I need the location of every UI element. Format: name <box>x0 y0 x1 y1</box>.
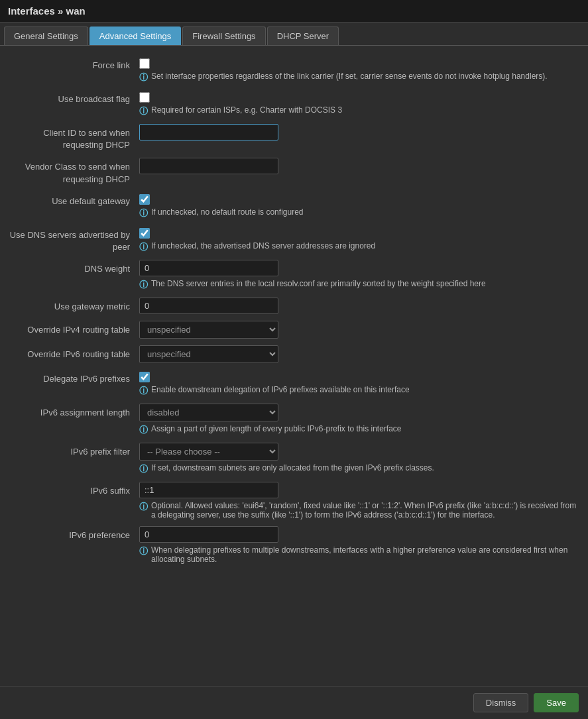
delegate-ipv6-hint-icon: ⓘ <box>139 385 148 397</box>
force-link-label: Force link <box>7 56 139 72</box>
broadcast-flag-hint: Required for certain ISPs, e.g. Charter … <box>151 105 342 115</box>
ipv6-assignment-hint-icon: ⓘ <box>139 424 148 436</box>
ipv6-suffix-hint-icon: ⓘ <box>139 501 148 513</box>
ipv6-preference-hint: When delegating prefixes to multiple dow… <box>151 545 581 564</box>
page-header: Interfaces » wan <box>0 0 588 23</box>
default-gateway-checkbox[interactable] <box>139 194 150 205</box>
ipv6-prefix-filter-hint: If set, downstream subnets are only allo… <box>151 463 434 472</box>
ipv6-prefix-filter-row: IPv6 prefix filter -- Please choose -- ⓘ… <box>7 443 581 475</box>
ipv6-prefix-filter-label: IPv6 prefix filter <box>7 443 139 458</box>
gateway-metric-input[interactable] <box>139 298 278 314</box>
broadcast-flag-row: Use broadcast flag ⓘ Required for certai… <box>7 90 581 117</box>
ipv6-preference-row: IPv6 preference ⓘ When delegating prefix… <box>7 526 581 564</box>
dns-servers-label: Use DNS servers advertised by peer <box>7 226 139 253</box>
ipv6-preference-input[interactable] <box>139 526 278 543</box>
default-gateway-label: Use default gateway <box>7 192 139 207</box>
override-ipv4-select[interactable]: unspecified <box>139 321 278 339</box>
client-id-row: Client ID to send when requesting DHCP <box>7 124 581 151</box>
broadcast-flag-hint-icon: ⓘ <box>139 105 148 117</box>
force-link-row: Force link ⓘ Set interface properties re… <box>7 56 581 83</box>
force-link-hint-icon: ⓘ <box>139 72 148 83</box>
delegate-ipv6-hint: Enable downstream delegation of IPv6 pre… <box>151 385 410 394</box>
client-id-input[interactable] <box>139 124 278 140</box>
tab-general[interactable]: General Settings <box>4 27 88 45</box>
ipv6-assignment-select[interactable]: disabled <box>139 404 278 421</box>
ipv6-assignment-label: IPv6 assignment length <box>7 404 139 419</box>
dismiss-button[interactable]: Dismiss <box>473 693 529 712</box>
dns-servers-checkbox[interactable] <box>139 228 150 239</box>
tab-advanced[interactable]: Advanced Settings <box>89 27 181 45</box>
gateway-metric-row: Use gateway metric <box>7 298 581 314</box>
override-ipv4-label: Override IPv4 routing table <box>7 321 139 336</box>
override-ipv6-select[interactable]: unspecified <box>139 345 278 363</box>
footer-bar: Dismiss Save <box>0 686 588 719</box>
dns-servers-row: Use DNS servers advertised by peer ⓘ If … <box>7 226 581 253</box>
default-gateway-hint: If unchecked, no default route is config… <box>151 207 303 217</box>
tab-firewall[interactable]: Firewall Settings <box>182 27 265 45</box>
dns-weight-input[interactable] <box>139 260 278 276</box>
vendor-class-input[interactable] <box>139 158 278 174</box>
ipv6-suffix-input[interactable] <box>139 482 278 498</box>
override-ipv4-row: Override IPv4 routing table unspecified <box>7 321 581 339</box>
ipv6-suffix-label: IPv6 suffix <box>7 482 139 497</box>
override-ipv6-label: Override IPv6 routing table <box>7 345 139 360</box>
client-id-label: Client ID to send when requesting DHCP <box>7 124 139 151</box>
default-gateway-hint-icon: ⓘ <box>139 207 148 219</box>
ipv6-preference-hint-icon: ⓘ <box>139 545 148 557</box>
ipv6-prefix-filter-select[interactable]: -- Please choose -- <box>139 443 278 461</box>
vendor-class-row: Vendor Class to send when requesting DHC… <box>7 158 581 185</box>
broadcast-flag-label: Use broadcast flag <box>7 90 139 105</box>
page-title: Interfaces » wan <box>8 5 580 17</box>
delegate-ipv6-row: Delegate IPv6 prefixes ⓘ Enable downstre… <box>7 370 581 397</box>
vendor-class-label: Vendor Class to send when requesting DHC… <box>7 158 139 185</box>
ipv6-prefix-filter-hint-icon: ⓘ <box>139 463 148 475</box>
ipv6-suffix-hint: Optional. Allowed values: 'eui64', 'rand… <box>151 501 581 520</box>
dns-weight-label: DNS weight <box>7 260 139 275</box>
dns-weight-row: DNS weight ⓘ The DNS server entries in t… <box>7 260 581 291</box>
gateway-metric-label: Use gateway metric <box>7 298 139 313</box>
save-button[interactable]: Save <box>534 693 579 712</box>
force-link-hint: Set interface properties regardless of t… <box>151 72 548 81</box>
ipv6-assignment-hint: Assign a part of given length of every p… <box>151 424 402 433</box>
tabs-bar: General Settings Advanced Settings Firew… <box>0 23 588 46</box>
ipv6-preference-label: IPv6 preference <box>7 526 139 541</box>
force-link-checkbox[interactable] <box>139 58 150 69</box>
dns-weight-hint: The DNS server entries in the local reso… <box>151 279 486 288</box>
default-gateway-row: Use default gateway ⓘ If unchecked, no d… <box>7 192 581 219</box>
tab-dhcp[interactable]: DHCP Server <box>267 27 339 45</box>
ipv6-assignment-row: IPv6 assignment length disabled ⓘ Assign… <box>7 404 581 436</box>
dns-servers-hint-icon: ⓘ <box>139 241 148 253</box>
override-ipv6-row: Override IPv6 routing table unspecified <box>7 345 581 363</box>
dns-servers-hint: If unchecked, the advertised DNS server … <box>151 241 375 250</box>
delegate-ipv6-label: Delegate IPv6 prefixes <box>7 370 139 385</box>
dns-weight-hint-icon: ⓘ <box>139 279 148 291</box>
broadcast-flag-checkbox[interactable] <box>139 92 150 103</box>
ipv6-suffix-row: IPv6 suffix ⓘ Optional. Allowed values: … <box>7 482 581 520</box>
delegate-ipv6-checkbox[interactable] <box>139 372 150 382</box>
